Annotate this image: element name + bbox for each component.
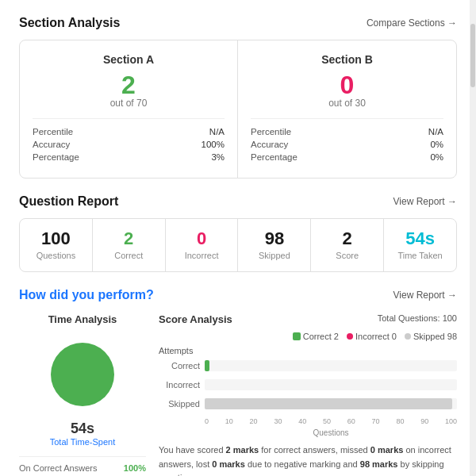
bar-fill-correct	[205, 360, 209, 371]
time-analysis-title: Time Analysis	[19, 313, 146, 325]
section-a-stats: Percentile N/A Accuracy 100% Percentage …	[33, 118, 225, 162]
stat-questions: 100 Questions	[20, 219, 93, 271]
bar-row-correct: Correct	[159, 360, 457, 371]
performance-content: Time Analysis 54s Total Time-Spent On Co…	[19, 313, 457, 476]
legend-correct-dot	[293, 332, 301, 340]
stat-score-label: Score	[317, 251, 377, 260]
x-axis: 0 10 20 30 40 50 60 70 80 90 100	[205, 417, 457, 425]
question-report-header: Question Report View Report →	[19, 194, 457, 209]
question-report: Question Report View Report → 100 Questi…	[19, 194, 457, 272]
x-axis-label: Questions	[205, 428, 457, 437]
stat-score: 2 Score	[311, 219, 384, 271]
stat-skipped: 98 Skipped	[238, 219, 311, 271]
score-legend: Correct 2 Incorrect 0 Skipped 98	[159, 332, 457, 341]
section-b-percentage: Percentage 0%	[251, 152, 443, 162]
section-analysis-header: Section Analysis Compare Sections →	[19, 16, 457, 30]
section-b-score: 0	[251, 72, 443, 98]
stat-incorrect-value: 0	[172, 230, 232, 248]
legend-correct: Correct 2	[293, 332, 339, 341]
performance-title: How did you perform?	[19, 288, 154, 302]
page-container: Section Analysis Compare Sections → Sect…	[0, 0, 476, 476]
stat-time-label: Time Taken	[390, 251, 450, 260]
legend-skipped-dot	[405, 333, 411, 340]
legend-incorrect: Incorrect 0	[347, 332, 397, 341]
performance-section: How did you perform? View Report → Time …	[19, 288, 457, 476]
legend-skipped-label: Skipped 98	[413, 332, 457, 341]
section-b-accuracy: Accuracy 0%	[251, 140, 443, 149]
donut-chart	[19, 335, 146, 414]
bar-fill-skipped	[205, 398, 452, 409]
section-a-score: 2	[33, 72, 225, 98]
legend-incorrect-dot	[347, 333, 353, 340]
score-analysis: Score Analysis Total Questions: 100 Corr…	[159, 313, 457, 476]
score-analysis-title: Score Analysis	[159, 313, 232, 325]
section-analysis: Section Analysis Compare Sections → Sect…	[19, 16, 457, 178]
bar-track-correct	[205, 360, 457, 371]
stat-skipped-label: Skipped	[244, 251, 304, 260]
bar-row-incorrect: Incorrect	[159, 379, 457, 390]
stat-incorrect: 0 Incorrect	[166, 219, 239, 271]
bar-track-incorrect	[205, 379, 457, 390]
svg-point-0	[51, 343, 114, 406]
view-report-link[interactable]: View Report →	[393, 196, 457, 207]
compare-sections-link[interactable]: Compare Sections →	[367, 17, 457, 29]
section-a-card: Section A 2 out of 70 Percentile N/A Acc…	[20, 40, 238, 178]
section-analysis-title: Section Analysis	[19, 16, 120, 30]
stat-score-value: 2	[317, 230, 377, 248]
bar-chart: Correct Incorrect Skipped	[159, 360, 457, 409]
sections-grid: Section A 2 out of 70 Percentile N/A Acc…	[19, 40, 457, 178]
total-questions: Total Questions: 100	[378, 313, 457, 323]
bar-label-incorrect: Incorrect	[159, 380, 200, 390]
section-a-accuracy: Accuracy 100%	[33, 140, 225, 149]
stat-skipped-value: 98	[244, 230, 304, 248]
section-b-title: Section B	[251, 53, 443, 66]
stat-incorrect-label: Incorrect	[172, 251, 232, 260]
performance-header: How did you perform? View Report →	[19, 288, 457, 302]
stat-questions-label: Questions	[26, 251, 86, 260]
time-spent-label: Total Time-Spent	[19, 437, 146, 447]
section-b-percentile: Percentile N/A	[251, 127, 443, 136]
scrollbar-thumb[interactable]	[470, 24, 475, 87]
section-b-card: Section B 0 out of 30 Percentile N/A Acc…	[238, 40, 456, 178]
performance-view-link[interactable]: View Report →	[393, 290, 457, 301]
stat-correct-label: Correct	[99, 251, 159, 260]
donut-svg	[43, 335, 122, 414]
section-a-title: Section A	[33, 53, 225, 66]
section-b-stats: Percentile N/A Accuracy 0% Percentage 0%	[251, 118, 443, 162]
time-stat-correct: On Correct Answers 100%	[19, 463, 146, 473]
bar-track-skipped	[205, 398, 457, 409]
stat-questions-value: 100	[26, 230, 86, 248]
stat-time: 54s Time Taken	[384, 219, 456, 271]
section-b-out-of: out of 30	[251, 98, 443, 109]
section-a-percentage: Percentage 3%	[33, 152, 225, 162]
scrollbar-track[interactable]	[470, 0, 476, 476]
bar-row-skipped: Skipped	[159, 398, 457, 409]
bar-label-skipped: Skipped	[159, 399, 200, 409]
attempts-label: Attempts	[159, 346, 457, 355]
summary-text: You have scored 2 marks for correct answ…	[159, 443, 457, 476]
stat-correct: 2 Correct	[93, 219, 166, 271]
legend-correct-label: Correct 2	[303, 332, 339, 341]
time-stats: On Correct Answers 100% On Incorrect Ans…	[19, 456, 146, 476]
time-spent-value: 54s	[19, 420, 146, 437]
stats-row: 100 Questions 2 Correct 0 Incorrect 98 S…	[19, 218, 457, 272]
section-a-out-of: out of 70	[33, 98, 225, 109]
bar-label-correct: Correct	[159, 361, 200, 370]
question-report-title: Question Report	[19, 194, 118, 209]
section-a-percentile: Percentile N/A	[33, 127, 225, 136]
legend-incorrect-label: Incorrect 0	[355, 332, 397, 341]
legend-skipped: Skipped 98	[405, 332, 457, 341]
time-analysis: Time Analysis 54s Total Time-Spent On Co…	[19, 313, 146, 476]
stat-time-value: 54s	[390, 230, 450, 248]
stat-correct-value: 2	[99, 230, 159, 248]
